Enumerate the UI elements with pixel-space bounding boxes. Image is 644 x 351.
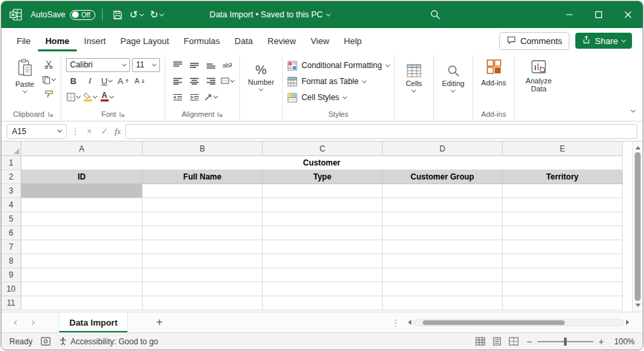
cell[interactable] [21,268,143,282]
horizontal-scroll-thumb[interactable] [423,320,565,325]
more-options-icon[interactable]: ⋮ [386,318,405,328]
drag-handle-icon[interactable]: ⋮ [71,127,79,136]
zoom-level[interactable]: 100% [609,337,635,346]
bold-button[interactable]: B [66,74,81,87]
cell[interactable] [263,226,383,240]
tab-review[interactable]: Review [260,31,303,51]
horizontal-scrollbar[interactable] [405,319,632,326]
cell-styles-button[interactable]: Cell Styles [287,90,389,105]
minimize-button[interactable] [555,1,584,28]
cell[interactable] [143,254,263,268]
cell[interactable] [21,240,143,254]
paste-button[interactable]: Paste [10,57,39,95]
cell[interactable] [21,282,143,296]
dialog-launcher-icon[interactable] [217,110,223,118]
cell[interactable] [383,282,503,296]
tab-insert[interactable]: Insert [77,31,113,51]
zoom-in-button[interactable]: + [599,338,604,346]
cell[interactable] [383,184,503,198]
share-button[interactable]: Share [575,33,632,49]
name-box[interactable]: A15 [7,124,67,139]
cancel-icon[interactable]: × [84,126,95,136]
dialog-launcher-icon[interactable] [48,110,53,118]
scroll-up-icon[interactable] [635,143,641,149]
save-button[interactable] [109,7,126,23]
cell[interactable] [263,212,383,226]
italic-button[interactable]: I [83,74,97,87]
macro-record-icon[interactable] [41,337,51,346]
scroll-right-icon[interactable] [626,320,632,325]
cell[interactable] [503,198,623,212]
decrease-indent-button[interactable] [170,90,185,103]
redo-button[interactable]: ↻ [147,6,167,23]
zoom-out-button[interactable]: − [527,338,532,346]
cell[interactable] [503,240,623,254]
cell[interactable] [263,184,383,198]
sheet-tab-data-import[interactable]: Data Import [59,312,128,332]
cell-E2[interactable]: Territory [503,170,623,184]
cell-C2[interactable]: Type [263,170,383,184]
grow-font-button[interactable]: A [116,74,131,87]
row-header-1[interactable]: 1 [1,156,21,170]
page-break-view-icon[interactable] [509,337,519,346]
shrink-font-button[interactable]: A [133,74,147,87]
row-header-9[interactable]: 9 [1,268,21,282]
row-header-7[interactable]: 7 [1,240,21,254]
align-left-button[interactable] [170,74,185,87]
cell[interactable] [383,240,503,254]
tab-view[interactable]: View [303,31,337,51]
cell[interactable] [503,184,623,198]
scroll-left-icon[interactable] [405,320,411,325]
cells-button[interactable]: Cells [399,62,429,95]
font-color-button[interactable]: A [99,90,114,103]
accessibility-status[interactable]: Accessibility: Good to go [59,337,158,346]
vertical-scroll-thumb[interactable] [635,152,641,301]
cell-A2[interactable]: ID [21,170,143,184]
cell[interactable] [383,212,503,226]
cell[interactable] [503,212,623,226]
enter-icon[interactable]: ✓ [99,126,110,136]
maximize-button[interactable] [584,1,613,28]
number-format-button[interactable]: % Number [245,62,277,93]
column-header-B[interactable]: B [143,141,263,156]
cell[interactable] [263,296,383,310]
cell[interactable] [503,268,623,282]
cell[interactable] [21,254,143,268]
cell[interactable] [263,198,383,212]
conditional-formatting-button[interactable]: Conditional Formatting [287,58,389,73]
cell[interactable] [263,254,383,268]
row-header-3[interactable]: 3 [1,184,21,198]
row-header-5[interactable]: 5 [1,212,21,226]
undo-button[interactable]: ↺ [126,6,147,23]
font-name-select[interactable]: Calibri [66,58,130,72]
merge-center-button[interactable] [220,74,235,87]
cut-button[interactable] [41,58,56,71]
underline-button[interactable]: U [99,74,114,87]
align-middle-button[interactable] [187,58,201,71]
row-header-11[interactable]: 11 [1,296,21,310]
wrap-text-button[interactable]: ab [220,58,235,71]
align-right-button[interactable] [203,74,218,87]
cell[interactable] [263,268,383,282]
close-button[interactable] [613,1,643,28]
row-header-2[interactable]: 2 [1,170,21,184]
cell[interactable] [21,198,143,212]
borders-button[interactable] [66,90,81,103]
align-top-button[interactable] [170,58,185,71]
row-header-4[interactable]: 4 [1,198,21,212]
column-header-E[interactable]: E [503,141,623,156]
font-size-select[interactable]: 11 [132,58,160,72]
column-header-A[interactable]: A [21,141,143,156]
addins-button[interactable]: Add-ins [478,57,509,89]
format-painter-button[interactable] [41,87,56,101]
comments-button[interactable]: Comments [499,32,569,50]
cell-A3-selected[interactable] [21,184,143,198]
cell[interactable] [143,226,263,240]
cell[interactable] [21,296,143,310]
cell-B2[interactable]: Full Name [143,170,263,184]
editing-button[interactable]: Editing [439,62,468,95]
cell-A1-merged-title[interactable]: Customer [21,156,623,170]
tab-formulas[interactable]: Formulas [177,31,227,51]
cell[interactable] [383,268,503,282]
cell-D2[interactable]: Customer Group [383,170,503,184]
